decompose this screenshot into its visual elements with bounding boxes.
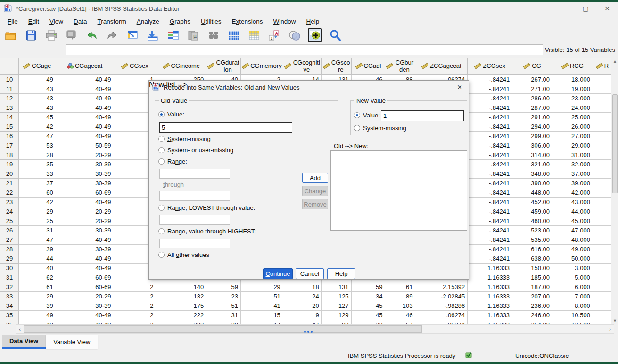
data-cell[interactable]: 390.00 (512, 179, 552, 188)
scroll-left-icon[interactable]: ‹ (16, 325, 24, 333)
maximize-button[interactable]: ▢ (575, 2, 596, 15)
data-cell[interactable]: 40-49 (56, 94, 114, 103)
insert-cases-icon[interactable] (227, 28, 241, 42)
data-cell[interactable]: 616.00 (512, 245, 552, 254)
data-cell[interactable]: 45 (351, 311, 385, 320)
through-highest-input[interactable] (159, 239, 230, 248)
data-cell[interactable]: 3.000 (552, 264, 593, 273)
data-cell[interactable]: -.84241 (468, 94, 512, 103)
data-cell[interactable]: 48.000 (552, 235, 593, 245)
radio-circle[interactable] (158, 252, 165, 258)
data-cell[interactable]: 53 (18, 141, 56, 150)
menu-file[interactable]: File (3, 17, 24, 26)
data-cell[interactable]: 24 (283, 292, 321, 301)
data-cell[interactable]: 185.00 (512, 273, 552, 282)
data-cell[interactable]: 460.00 (512, 216, 552, 226)
data-cell[interactable]: 129 (321, 311, 351, 320)
data-cell[interactable]: 22 (351, 320, 385, 325)
data-cell[interactable]: 40-49 (56, 320, 114, 325)
data-cell[interactable]: 20-29 (56, 292, 114, 301)
data-cell[interactable]: 49.000 (552, 245, 593, 254)
data-cell[interactable]: 291.00 (512, 113, 552, 122)
horizontal-scroll-thumb[interactable] (24, 325, 422, 333)
data-cell[interactable]: 13.500 (552, 320, 593, 325)
menu-utilities[interactable]: Utilities (196, 17, 227, 26)
data-cell[interactable]: 207.00 (512, 292, 552, 301)
data-cell[interactable]: 459.00 (512, 207, 552, 216)
column-header-CGmemory[interactable]: CGmemory (241, 58, 283, 75)
old-new-listbox[interactable] (330, 150, 467, 231)
tab-variable-view[interactable]: Variable View (46, 335, 98, 349)
data-cell[interactable]: 267.00 (512, 75, 552, 84)
data-cell[interactable]: 348.00 (512, 169, 552, 179)
lowest-through-input[interactable] (159, 215, 230, 225)
radio-old-value[interactable]: Value: (158, 111, 184, 118)
data-cell[interactable] (593, 254, 611, 264)
data-cell[interactable]: -.84241 (468, 226, 512, 235)
insert-variable-icon[interactable] (247, 28, 261, 42)
menu-extensions[interactable]: Extensions (227, 17, 268, 26)
radio-range-lowest-through[interactable]: Range, LOWEST through value: (158, 204, 255, 211)
menu-data[interactable]: Data (69, 17, 93, 26)
radio-circle[interactable] (158, 136, 165, 142)
data-cell[interactable]: 30-39 (56, 179, 114, 188)
data-cell[interactable]: 30-39 (56, 301, 114, 311)
row-number[interactable]: 30 (0, 264, 19, 273)
data-cell[interactable]: 40-49 (56, 75, 114, 84)
data-cell[interactable]: 19.000 (552, 84, 593, 94)
data-cell[interactable]: 37 (18, 179, 56, 188)
data-cell[interactable]: 314.00 (512, 150, 552, 160)
data-cell[interactable]: 321.00 (512, 160, 552, 169)
data-cell[interactable]: 1.16333 (468, 311, 512, 320)
find-icon[interactable] (206, 28, 221, 42)
data-cell[interactable]: -.84241 (468, 75, 512, 84)
row-number[interactable]: 11 (0, 84, 19, 94)
data-cell[interactable]: 49 (18, 311, 56, 320)
row-number[interactable]: 20 (0, 169, 19, 179)
data-cell[interactable] (593, 320, 611, 325)
column-header-ZCGagecat[interactable]: ZCGagecat (415, 58, 468, 75)
data-cell[interactable]: 32.000 (552, 160, 593, 169)
data-cell[interactable]: 20-29 (56, 216, 114, 226)
data-cell[interactable]: 1.16333 (468, 282, 512, 292)
data-cell[interactable]: 57 (385, 320, 415, 325)
data-cell[interactable]: 45 (18, 113, 56, 122)
data-cell[interactable]: 30-39 (56, 160, 114, 169)
data-cell[interactable]: 62 (18, 273, 56, 282)
data-cell[interactable]: 39 (18, 301, 56, 311)
data-cell[interactable]: -.84241 (468, 179, 512, 188)
data-cell[interactable]: 2 (114, 311, 156, 320)
data-cell[interactable] (593, 84, 611, 94)
data-cell[interactable]: 50.000 (552, 254, 593, 264)
row-number[interactable]: 23 (0, 198, 19, 207)
data-cell[interactable]: .06274 (415, 311, 468, 320)
column-header-R[interactable]: R (593, 58, 611, 75)
data-cell[interactable]: -.06274 (415, 320, 468, 325)
data-cell[interactable]: 40-49 (56, 103, 114, 113)
data-cell[interactable]: 37.000 (552, 169, 593, 179)
undo-icon[interactable] (85, 28, 99, 42)
data-cell[interactable]: 17 (241, 320, 283, 325)
data-cell[interactable]: 40-49 (56, 264, 114, 273)
row-number[interactable]: 24 (0, 207, 19, 216)
range-low-input[interactable] (159, 169, 230, 179)
recall-dialogs-icon[interactable] (65, 28, 79, 42)
data-cell[interactable]: 294.00 (512, 122, 552, 132)
data-cell[interactable]: 31 (206, 311, 241, 320)
row-number[interactable]: 12 (0, 94, 19, 103)
radio-circle[interactable] (158, 111, 165, 117)
data-cell[interactable]: 35 (18, 160, 56, 169)
data-cell[interactable]: 61 (18, 282, 56, 292)
data-cell[interactable]: 271.00 (512, 84, 552, 94)
scroll-up-icon[interactable]: ▲ (611, 58, 618, 65)
data-cell[interactable]: 25 (18, 216, 56, 226)
row-number[interactable]: 31 (0, 273, 19, 282)
data-cell[interactable] (593, 132, 611, 141)
data-cell[interactable]: 523.00 (512, 226, 552, 235)
data-cell[interactable]: 20-29 (56, 207, 114, 216)
radio-circle[interactable] (158, 158, 165, 165)
data-cell[interactable]: 236.00 (512, 301, 552, 311)
data-cell[interactable]: -.84241 (468, 245, 512, 254)
data-cell[interactable] (593, 150, 611, 160)
data-cell[interactable]: 39 (18, 245, 56, 254)
